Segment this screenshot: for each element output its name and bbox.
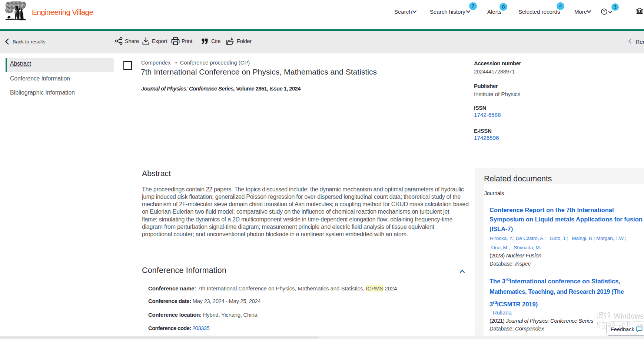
svg-text:?: ? xyxy=(603,9,605,14)
svg-text:W: W xyxy=(638,322,644,329)
svg-text:Windows: Windows xyxy=(614,312,644,320)
